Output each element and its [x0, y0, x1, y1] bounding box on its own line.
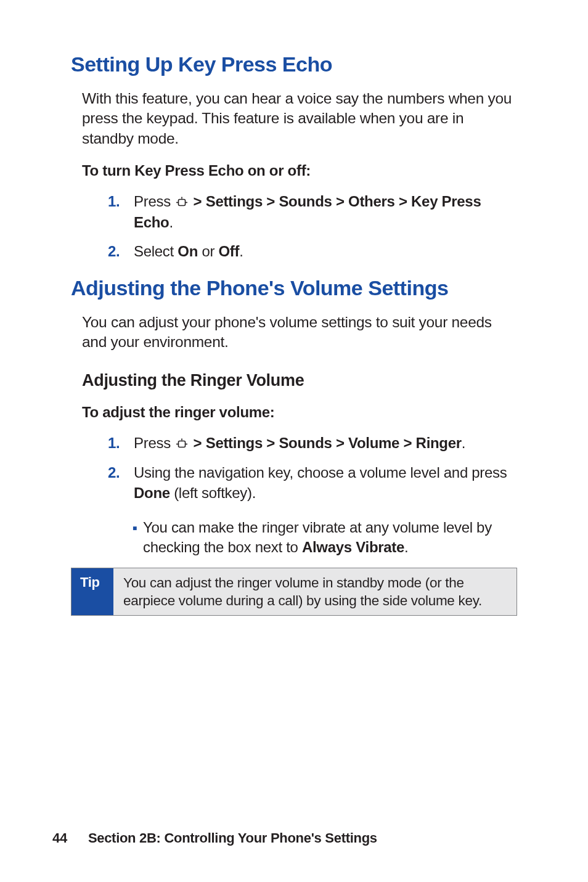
step-1: 1. Press > Settings > Sounds > Volume > …: [108, 433, 517, 454]
section-title: Section 2B: Controlling Your Phone's Set…: [88, 830, 377, 846]
bullet-text: You can make the ringer vibrate at any v…: [143, 518, 517, 558]
s2-step1-prefix: Press: [134, 435, 174, 451]
svg-rect-4: [179, 441, 186, 447]
s2-step1-suffix: .: [462, 435, 465, 451]
section1-instruction-label: To turn Key Press Echo on or off:: [82, 162, 517, 179]
bullet-always-vibrate: Always Vibrate: [302, 539, 404, 555]
subheading-ringer-volume: Adjusting the Ringer Volume: [82, 371, 517, 390]
heading-key-press-echo: Setting Up Key Press Echo: [71, 52, 517, 76]
step2-suffix: .: [239, 243, 243, 259]
step-2: 2. Select On or Off.: [108, 242, 517, 261]
step2-on: On: [178, 243, 198, 259]
step2-mid: or: [198, 243, 218, 259]
heading-volume-settings: Adjusting the Phone's Volume Settings: [71, 276, 517, 300]
tip-box: Tip You can adjust the ringer volume in …: [71, 568, 517, 616]
menu-key-icon: [176, 193, 188, 213]
menu-key-icon: [176, 435, 188, 454]
step-text: Press > Settings > Sounds > Others > Key…: [134, 192, 517, 233]
s2-step2-done: Done: [134, 484, 170, 501]
bullet-suffix: .: [404, 539, 408, 555]
step-number: 1.: [108, 192, 134, 233]
manual-page: Setting Up Key Press Echo With this feat…: [0, 0, 588, 882]
section2-instruction-label: To adjust the ringer volume:: [82, 404, 517, 421]
sub-bullets: ■ You can make the ringer vibrate at any…: [133, 518, 517, 558]
page-number: 44: [52, 830, 67, 846]
step2-prefix: Select: [134, 243, 178, 259]
step-2: 2. Using the navigation key, choose a vo…: [108, 463, 517, 503]
step-number: 2.: [108, 242, 134, 261]
section1-steps: 1. Press > Settings > Sounds > Others > …: [108, 192, 517, 261]
section2-intro: You can adjust your phone's volume setti…: [82, 312, 517, 353]
step-number: 1.: [108, 433, 134, 454]
s2-step2-suffix: (left softkey).: [170, 484, 256, 501]
s2-step2-prefix: Using the navigation key, choose a volum…: [134, 464, 507, 481]
tip-text: You can adjust the ringer volume in stan…: [113, 568, 517, 616]
tip-label: Tip: [71, 568, 113, 616]
section1-intro: With this feature, you can hear a voice …: [82, 89, 517, 149]
step-text: Select On or Off.: [134, 242, 517, 261]
s2-step1-menu-path: > Settings > Sounds > Volume > Ringer: [189, 435, 462, 451]
section2-body: You can adjust your phone's volume setti…: [82, 312, 517, 558]
bullet-square-icon: ■: [133, 523, 137, 558]
step1-suffix: .: [169, 214, 173, 231]
page-footer: 44Section 2B: Controlling Your Phone's S…: [52, 830, 377, 846]
step-number: 2.: [108, 463, 134, 503]
step1-prefix: Press: [134, 193, 174, 210]
section2-steps: 1. Press > Settings > Sounds > Volume > …: [108, 433, 517, 503]
step-1: 1. Press > Settings > Sounds > Others > …: [108, 192, 517, 233]
step-text: Press > Settings > Sounds > Volume > Rin…: [134, 433, 517, 454]
sub-bullet-item: ■ You can make the ringer vibrate at any…: [133, 518, 517, 558]
section1-body: With this feature, you can hear a voice …: [82, 89, 517, 261]
step2-off: Off: [219, 243, 240, 259]
svg-rect-0: [179, 199, 186, 205]
step-text: Using the navigation key, choose a volum…: [134, 463, 517, 503]
